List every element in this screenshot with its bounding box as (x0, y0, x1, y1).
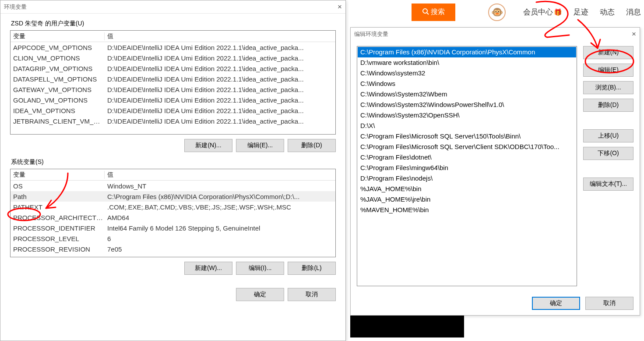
sys-vars-section: 系统变量(S) 变量 值 OSWindows_NTPathC:\Program … (10, 158, 336, 275)
svg-line-1 (427, 13, 429, 14)
edit-user-var-button[interactable]: 编辑(E)... (236, 139, 284, 152)
var-value-cell: D:\IDEAIDE\IntelliJ IDEA Umi Edition 202… (105, 44, 335, 51)
edit-sys-var-button[interactable]: 编辑(I)... (236, 262, 284, 275)
grid-header: 变量 值 (11, 31, 335, 42)
delete-entry-button[interactable]: 删除(D) (583, 99, 633, 112)
search-button[interactable]: 搜索 (412, 4, 455, 21)
list-item[interactable]: C:\Windows\System32\OpenSSH\ (358, 110, 576, 121)
table-row[interactable]: DATASPELL_VM_OPTIONSD:\IDEAIDE\IntelliJ … (11, 74, 335, 84)
list-item[interactable]: D:\X\ (358, 121, 576, 131)
delete-sys-var-button[interactable]: 删除(L) (288, 262, 336, 275)
list-item[interactable]: %MAVEN_HOME%\bin (358, 205, 576, 215)
var-name-cell: GOLAND_VM_OPTIONS (11, 96, 105, 104)
col-variable[interactable]: 变量 (11, 32, 105, 40)
var-name-cell: OS (11, 182, 105, 190)
col-value[interactable]: 值 (105, 32, 335, 40)
var-value-cell: 7e05 (105, 245, 335, 253)
var-value-cell: C:\Program Files (x86)\NVIDIA Corporatio… (105, 193, 335, 200)
col-variable[interactable]: 变量 (11, 171, 105, 179)
var-value-cell: Intel64 Family 6 Model 126 Stepping 5, G… (105, 224, 335, 232)
nav-link-message[interactable]: 消息 (626, 7, 641, 17)
edit-text-button[interactable]: 编辑文本(T)... (583, 178, 633, 191)
var-name-cell: Path (11, 193, 105, 200)
list-item[interactable]: C:\Program Files\Microsoft SQL Server\15… (358, 131, 576, 142)
search-label: 搜索 (431, 7, 445, 17)
var-name-cell: DATAGRIP_VM_OPTIONS (11, 65, 105, 72)
search-icon (422, 8, 429, 17)
list-item[interactable]: C:\Program Files (x86)\NVIDIA Corporatio… (358, 47, 576, 57)
table-row[interactable]: IDEA_VM_OPTIONSD:\IDEAIDE\IntelliJ IDEA … (11, 105, 335, 116)
list-item[interactable]: C:\Windows\System32\Wbem (358, 89, 576, 99)
var-name-cell: PROCESSOR_IDENTIFIER (11, 224, 105, 232)
var-value-cell: D:\IDEAIDE\IntelliJ IDEA Umi Edition 202… (105, 54, 335, 62)
list-item[interactable]: C:\Program Files\dotnet\ (358, 152, 576, 163)
table-row[interactable]: GATEWAY_VM_OPTIONSD:\IDEAIDE\IntelliJ ID… (11, 84, 335, 95)
col-value[interactable]: 值 (105, 171, 335, 179)
list-item[interactable]: D:\Program Files\nodejs\ (358, 173, 576, 184)
var-name-cell: GATEWAY_VM_OPTIONS (11, 86, 105, 93)
grid-header: 变量 值 (11, 169, 335, 181)
table-row[interactable]: CLION_VM_OPTIONSD:\IDEAIDE\IntelliJ IDEA… (11, 53, 335, 63)
var-name-cell: DATASPELL_VM_OPTIONS (11, 75, 105, 83)
list-item[interactable]: %JAVA_HOME%\bin (358, 184, 576, 194)
avatar[interactable]: 🐵 (488, 4, 506, 21)
edit-cancel-button[interactable]: 取消 (585, 297, 633, 310)
sys-vars-grid[interactable]: 变量 值 OSWindows_NTPathC:\Program Files (x… (10, 169, 336, 257)
table-row[interactable]: PROCESSOR_ARCHITECTUREAMD64 (11, 212, 335, 223)
move-up-button[interactable]: 上移(U) (583, 129, 633, 142)
table-row[interactable]: PROCESSOR_REVISION7e05 (11, 244, 335, 254)
background-strip (350, 316, 464, 337)
table-row[interactable]: PROCESSOR_LEVEL6 (11, 233, 335, 244)
side-button-column: 新建(N) 编辑(E) 浏览(B)... 删除(D) 上移(U) 下移(O) 编… (583, 46, 633, 286)
delete-user-var-button[interactable]: 删除(D) (288, 139, 336, 152)
var-value-cell: D:\IDEAIDE\IntelliJ IDEA Umi Edition 202… (105, 75, 335, 83)
table-row[interactable]: PROCESSOR_IDENTIFIERIntel64 Family 6 Mod… (11, 223, 335, 233)
table-row[interactable]: GOLAND_VM_OPTIONSD:\IDEAIDE\IntelliJ IDE… (11, 95, 335, 105)
table-row[interactable]: OSWindows_NT (11, 181, 335, 191)
var-name-cell: PROCESSOR_LEVEL (11, 235, 105, 242)
list-item[interactable]: C:\Program Files\Microsoft SQL Server\Cl… (358, 142, 576, 152)
edit-dialog-titlebar: 编辑环境变量 × (351, 28, 640, 41)
var-value-cell: D:\IDEAIDE\IntelliJ IDEA Umi Edition 202… (105, 86, 335, 93)
env-dialog-title: 环境变量 (4, 3, 27, 11)
var-value-cell: D:\IDEAIDE\IntelliJ IDEA Umi Edition 202… (105, 65, 335, 72)
table-row[interactable]: PATHEXT.COM;.EXE;.BAT;.CMD;.VBS;.VBE;.JS… (11, 202, 335, 212)
list-item[interactable]: C:\Windows\System32\WindowsPowerShell\v1… (358, 99, 576, 110)
table-row[interactable]: DATAGRIP_VM_OPTIONSD:\IDEAIDE\IntelliJ I… (11, 63, 335, 74)
edit-dialog-title: 编辑环境变量 (354, 30, 388, 38)
list-item[interactable]: C:\Program Files\mingw64\bin (358, 163, 576, 173)
var-name-cell: PROCESSOR_REVISION (11, 245, 105, 253)
browse-button[interactable]: 浏览(B)... (583, 81, 633, 94)
var-value-cell: D:\IDEAIDE\IntelliJ IDEA Umi Edition 202… (105, 117, 335, 125)
env-ok-button[interactable]: 确定 (236, 288, 284, 301)
list-item[interactable]: C:\Windows\system32 (358, 68, 576, 78)
nav-link-member[interactable]: 会员中心🎁 (523, 7, 562, 17)
var-name-cell: PATHEXT (11, 203, 105, 211)
user-vars-grid[interactable]: 变量 值 APPCODE_VM_OPTIONSD:\IDEAIDE\Intell… (10, 30, 336, 135)
list-item[interactable]: D:\vmware workstation\bin\ (358, 57, 576, 68)
close-icon[interactable]: × (338, 3, 342, 11)
nav-link-activity[interactable]: 动态 (600, 7, 615, 17)
browser-top-bar: 搜索 🐵 会员中心🎁 足迹 动态 消息 (346, 0, 644, 24)
list-item[interactable]: %JAVA_HOME%\jre\bin (358, 194, 576, 205)
move-down-button[interactable]: 下移(O) (583, 147, 633, 160)
list-item[interactable]: C:\Windows (358, 78, 576, 89)
new-entry-button[interactable]: 新建(N) (583, 46, 633, 59)
sys-vars-label: 系统变量(S) (10, 158, 336, 166)
path-entries-list[interactable]: C:\Program Files (x86)\NVIDIA Corporatio… (357, 46, 577, 286)
edit-entry-button[interactable]: 编辑(E) (583, 64, 633, 77)
edit-ok-button[interactable]: 确定 (532, 297, 580, 310)
table-row[interactable]: PathC:\Program Files (x86)\NVIDIA Corpor… (11, 191, 335, 202)
env-cancel-button[interactable]: 取消 (288, 288, 336, 301)
var-value-cell: 6 (105, 235, 335, 242)
nav-link-trace[interactable]: 足迹 (574, 7, 588, 17)
new-sys-var-button[interactable]: 新建(W)... (184, 262, 232, 275)
close-icon[interactable]: × (632, 30, 636, 39)
var-name-cell: IDEA_VM_OPTIONS (11, 107, 105, 114)
table-row[interactable]: JETBRAINS_CLIENT_VM_OP...D:\IDEAIDE\Inte… (11, 116, 335, 126)
table-row[interactable]: APPCODE_VM_OPTIONSD:\IDEAIDE\IntelliJ ID… (11, 42, 335, 53)
svg-point-0 (423, 9, 427, 13)
user-vars-label: ZSD 朱玺奇 的用户变量(U) (10, 20, 336, 28)
var-name-cell: CLION_VM_OPTIONS (11, 54, 105, 62)
new-user-var-button[interactable]: 新建(N)... (184, 139, 232, 152)
